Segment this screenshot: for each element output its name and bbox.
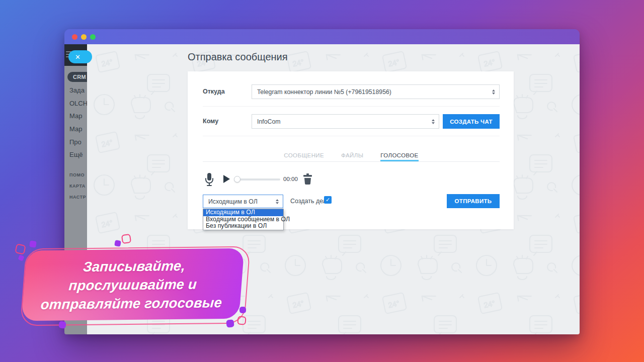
traffic-light-minimize-button[interactable] xyxy=(81,34,87,40)
from-select-value: Telegram коннектор линии №5 (+7961951895… xyxy=(252,88,490,96)
spinner-arrows-icon xyxy=(490,89,498,95)
option-outgoing[interactable]: Исходящим в ОЛ xyxy=(203,209,283,216)
sidebar-item-market-2[interactable]: Мар xyxy=(69,125,82,133)
record-microphone-button[interactable] xyxy=(204,172,214,189)
slider-knob[interactable] xyxy=(234,176,240,183)
deco-square-filled xyxy=(29,240,37,248)
sidebar-item-olch[interactable]: OLCH xyxy=(69,100,87,107)
sidebar-item-settings[interactable]: НАСТР xyxy=(69,195,86,200)
traffic-light-close-button[interactable] xyxy=(72,34,77,40)
sidebar-item-tasks[interactable]: Зада xyxy=(69,86,85,94)
sidebar-item-crm[interactable]: CRM xyxy=(67,72,87,82)
traffic-light-zoom-button[interactable] xyxy=(90,34,96,40)
tab-files[interactable]: ФАЙЛЫ xyxy=(341,150,363,161)
sidebar-item-market-1[interactable]: Мар xyxy=(69,112,82,120)
deco-square-filled xyxy=(58,321,66,328)
divider xyxy=(203,106,500,107)
publish-options-listbox: Исходящим в ОЛ Входящим сообщением в ОЛ … xyxy=(203,209,284,230)
sidebar-item-more[interactable]: Ещё xyxy=(69,151,83,158)
to-field-label: Кому xyxy=(203,118,218,125)
sidebar-item-processes[interactable]: Про xyxy=(69,138,82,146)
from-select[interactable]: Telegram коннектор линии №5 (+7961951895… xyxy=(252,84,500,99)
publish-mode-value: Исходящим в ОЛ xyxy=(203,198,273,205)
callout-line-2: прослушивайте и xyxy=(23,274,242,295)
delete-recording-button[interactable] xyxy=(303,173,312,187)
deco-square-outline xyxy=(121,234,131,244)
spinner-arrows-icon xyxy=(273,199,281,204)
option-no-publication[interactable]: Без публикации в ОЛ xyxy=(203,223,283,230)
page-title: Отправка сообщения xyxy=(188,50,288,63)
deco-square-outline xyxy=(237,316,246,325)
window-titlebar xyxy=(64,29,580,44)
deco-square-outline xyxy=(15,243,26,255)
messenger-close-button[interactable]: ✕ xyxy=(68,50,92,63)
play-button[interactable] xyxy=(223,175,230,183)
sidebar-item-help[interactable]: ПОМО xyxy=(69,172,85,177)
to-select[interactable]: InfoCom xyxy=(252,114,439,129)
tab-message[interactable]: СООБЩЕНИЕ xyxy=(284,150,324,161)
sidebar-item-sitemap[interactable]: КАРТА xyxy=(69,184,86,189)
create-task-checkbox[interactable]: ✓ xyxy=(324,196,332,204)
dialog-tabs: СООБЩЕНИЕ ФАЙЛЫ ГОЛОСОВОЕ xyxy=(203,150,500,162)
audio-progress-slider[interactable] xyxy=(235,178,280,180)
deco-square-filled xyxy=(239,307,246,313)
promo-background: CRM Зада OLCH Мар Мар Про Ещё ПОМО КАРТА… xyxy=(0,0,644,362)
to-select-value: InfoCom xyxy=(252,118,429,125)
create-chat-button[interactable]: СОЗДАТЬ ЧАТ xyxy=(443,114,500,129)
publish-mode-select[interactable]: Исходящим в ОЛ xyxy=(203,195,283,208)
option-incoming[interactable]: Входящим сообщением в ОЛ xyxy=(203,216,283,223)
message-dialog: Откуда Telegram коннектор линии №5 (+796… xyxy=(188,71,514,229)
callout-line-1: Записывайте, xyxy=(25,255,244,277)
playback-time: 00:00 xyxy=(283,176,298,182)
promo-callout: Записывайте, прослушивайте и отправляйте… xyxy=(21,248,244,321)
callout-line-3: отправляйте голосовые xyxy=(22,293,241,314)
deco-square-filled xyxy=(226,319,234,327)
tab-voice[interactable]: ГОЛОСОВОЕ xyxy=(380,150,418,161)
spinner-arrows-icon xyxy=(429,119,437,124)
close-icon: ✕ xyxy=(75,53,80,61)
deco-square-filled xyxy=(18,255,25,261)
send-button[interactable]: ОТПРАВИТЬ xyxy=(447,194,500,208)
divider xyxy=(203,136,500,136)
from-field-label: Откуда xyxy=(203,88,225,95)
